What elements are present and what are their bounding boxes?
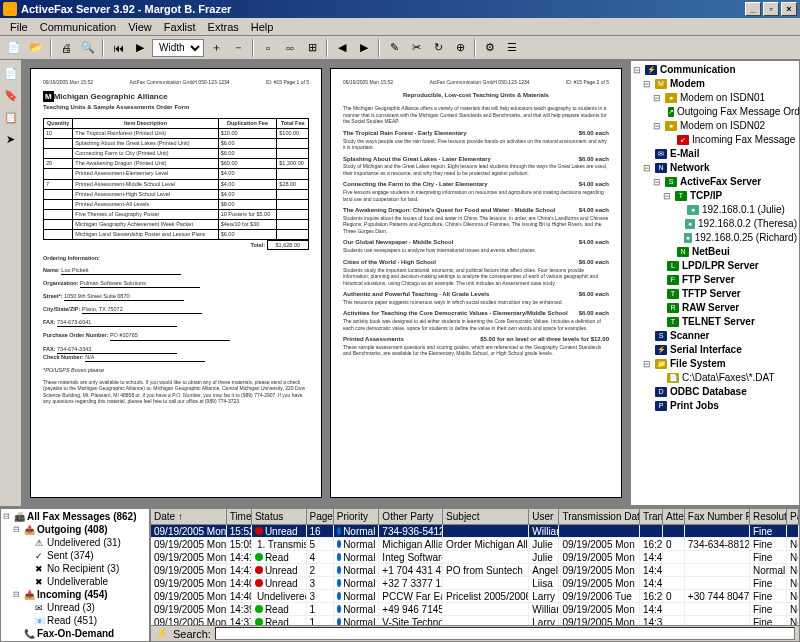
stamp-icon[interactable]: 🔖 (2, 86, 20, 104)
filter-icon[interactable]: ⚡ (155, 627, 169, 641)
folder-undelivered[interactable]: ⚠Undelivered (31) (22, 536, 148, 549)
folder-undeliverable[interactable]: ✖Undeliverable (22, 575, 148, 588)
folder-incoming[interactable]: ⊟📥Incoming (454) (12, 588, 148, 601)
tree-modem[interactable]: MModem (643, 77, 797, 91)
tree-tftp[interactable]: TTFTP Server (655, 287, 797, 301)
table-row[interactable]: 09/19/2005 Mon15:52Unread16Normal734-936… (151, 525, 799, 538)
folder-sent[interactable]: ✓Sent (374) (22, 549, 148, 562)
tree-odbc[interactable]: DODBC Database (643, 385, 797, 399)
grid-col-3[interactable]: Pages (307, 509, 334, 524)
order-table: QuantityItem DescriptionDuplication FeeT… (43, 118, 309, 241)
tool-f-icon[interactable]: ☰ (502, 38, 522, 58)
zoom-out-icon[interactable]: － (228, 38, 248, 58)
tree-modem-1-msg[interactable]: ↗Outgoing Fax Message Order (665, 105, 797, 119)
menu-help[interactable]: Help (245, 19, 280, 35)
tree-ip-3[interactable]: ●192.168.0.25 (Richard) (675, 231, 797, 245)
grid-col-7[interactable]: User (529, 509, 559, 524)
fax-grid: Date ↑TimeStatusPagesPriorityOther Party… (150, 508, 800, 642)
grid-col-11[interactable]: Fax Number Recipient (685, 509, 750, 524)
tool-d-icon[interactable]: ⊕ (450, 38, 470, 58)
grid-col-8[interactable]: Transmission Date (559, 509, 640, 524)
minimize-button[interactable]: _ (745, 2, 761, 16)
preview-icon[interactable]: 🔍 (78, 38, 98, 58)
tree-telnet[interactable]: TTELNET Server (655, 315, 797, 329)
folder-tree[interactable]: ⊟📠All Fax Messages (862) ⊟📤Outgoing (408… (0, 508, 150, 642)
arrow-icon[interactable]: ▶ (130, 38, 150, 58)
communication-tree[interactable]: ⚡Communication MModem ●Modem on ISDN01 ↗… (630, 60, 800, 506)
zoom-in-icon[interactable]: ＋ (206, 38, 226, 58)
tree-network[interactable]: NNetwork (643, 161, 797, 175)
grid-col-13[interactable]: Pa (787, 509, 799, 524)
menu-view[interactable]: View (122, 19, 158, 35)
prev-icon[interactable]: ◀ (332, 38, 352, 58)
tree-modem-1[interactable]: ●Modem on ISDN01 (653, 91, 797, 105)
folder-fod[interactable]: 📞Fax-On-Demand (12, 627, 148, 640)
tree-serial[interactable]: ⚡Serial Interface (643, 343, 797, 357)
grid-col-9[interactable]: Trans (640, 509, 663, 524)
grid-col-6[interactable]: Subject (443, 509, 529, 524)
grid-col-12[interactable]: Resolution (750, 509, 787, 524)
next-icon[interactable]: ▶ (354, 38, 374, 58)
tree-ftp[interactable]: FFTP Server (655, 273, 797, 287)
folder-norecip[interactable]: ✖No Recipient (3) (22, 562, 148, 575)
tree-scanner[interactable]: SScanner (643, 329, 797, 343)
table-row[interactable]: 09/19/2005 Mon14:40Undelivered (0)3Norma… (151, 590, 799, 603)
grid-col-0[interactable]: Date ↑ (151, 509, 227, 524)
zoom-select[interactable]: Width (152, 39, 204, 57)
tree-root[interactable]: ⚡Communication (633, 63, 797, 77)
tool-c-icon[interactable]: ↻ (428, 38, 448, 58)
table-row[interactable]: 09/19/2005 Mon14:41Read4NormalInteg Soft… (151, 551, 799, 564)
folder-outgoing[interactable]: ⊟📤Outgoing (408) (12, 523, 148, 536)
table-row[interactable]: 09/19/2005 Mon14:37Read1NormalV-Site Tec… (151, 616, 799, 625)
tree-ip-2[interactable]: ●192.168.0.2 (Theresa) (675, 217, 797, 231)
tree-print[interactable]: PPrint Jobs (643, 399, 797, 413)
tool-e-icon[interactable]: ⚙ (480, 38, 500, 58)
grid-col-2[interactable]: Status (252, 509, 307, 524)
menu-extras[interactable]: Extras (202, 19, 245, 35)
tree-modem-2-msg[interactable]: ↙Incoming Fax Message (665, 133, 797, 147)
first-page-icon[interactable]: ⏮ (108, 38, 128, 58)
open-icon[interactable]: 📂 (26, 38, 46, 58)
new-icon[interactable]: 📄 (4, 38, 24, 58)
page1-icon[interactable]: ▫ (258, 38, 278, 58)
table-row[interactable]: 09/19/2005 Mon14:39Read1Normal+49 946 71… (151, 603, 799, 616)
tool-a-icon[interactable]: ✎ (384, 38, 404, 58)
doc-icon[interactable]: 📄 (2, 64, 20, 82)
tree-ip-1[interactable]: ●192.168.0.1 (Julie) (675, 203, 797, 217)
folder-unread[interactable]: ✉Unread (3) (22, 601, 148, 614)
tree-filesys-path[interactable]: 📄C:\Data\Faxes\*.DAT (655, 371, 797, 385)
menu-faxlist[interactable]: Faxlist (158, 19, 202, 35)
maximize-button[interactable]: ▫ (763, 2, 779, 16)
grid-col-1[interactable]: Time (227, 509, 252, 524)
tree-afserver[interactable]: SActiveFax Server (653, 175, 797, 189)
table-row[interactable]: 09/19/2005 Mon14:41Unread2Normal+1 704 4… (151, 564, 799, 577)
page4-icon[interactable]: ⊞ (302, 38, 322, 58)
note-icon[interactable]: 📋 (2, 108, 20, 126)
folder-read[interactable]: 📧Read (451) (22, 614, 148, 627)
tree-email[interactable]: ✉E-Mail (643, 147, 797, 161)
doc-page-2: 09/19/2005 Mon 15:52ActFax Communication… (330, 68, 622, 498)
print-icon[interactable]: 🖨 (56, 38, 76, 58)
folder-all[interactable]: ⊟📠All Fax Messages (862) (2, 510, 148, 523)
grid-header: Date ↑TimeStatusPagesPriorityOther Party… (151, 509, 799, 525)
left-toolbar: 📄 🔖 📋 ➤ (0, 60, 22, 506)
tool-b-icon[interactable]: ✂ (406, 38, 426, 58)
tree-modem-2[interactable]: ●Modem on ISDN02 (653, 119, 797, 133)
page2-icon[interactable]: ▫▫ (280, 38, 300, 58)
tree-raw[interactable]: RRAW Server (655, 301, 797, 315)
tree-netbeui[interactable]: NNetBeui (665, 245, 797, 259)
tree-tcpip[interactable]: TTCP/IP (663, 189, 797, 203)
menu-communication[interactable]: Communication (34, 19, 122, 35)
search-input[interactable] (215, 627, 795, 640)
close-button[interactable]: × (781, 2, 797, 16)
tree-lpd[interactable]: LLPD/LPR Server (655, 259, 797, 273)
grid-col-4[interactable]: Priority (334, 509, 380, 524)
grid-col-5[interactable]: Other Party (379, 509, 443, 524)
table-row[interactable]: 09/19/2005 Mon15:051. Transmis5NormalMic… (151, 538, 799, 551)
pointer-icon[interactable]: ➤ (2, 130, 20, 148)
table-row[interactable]: 09/19/2005 Mon14:40Unread3Normal+32 7 33… (151, 577, 799, 590)
grid-col-10[interactable]: Atten (663, 509, 685, 524)
search-label: Search: (173, 628, 211, 640)
menu-file[interactable]: File (4, 19, 34, 35)
tree-filesys[interactable]: 📁File System (643, 357, 797, 371)
